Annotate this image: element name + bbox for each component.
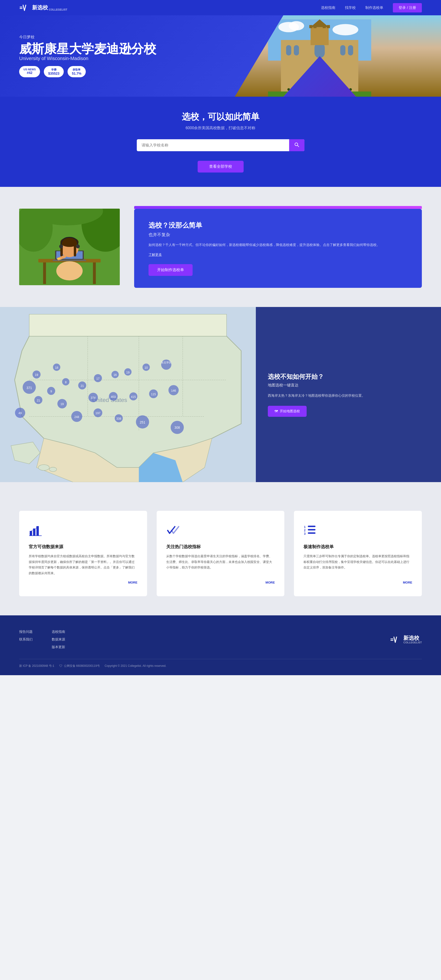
map-sub: 地图选校一键直达 — [268, 383, 429, 388]
footer-logo: 新选校 COLLEGELIST — [390, 630, 422, 649]
card-more-1[interactable]: MORE — [265, 581, 275, 584]
search-subtitle: 6000余所美国高校数据，打破信息不对称 — [19, 126, 422, 130]
card-more-0[interactable]: MORE — [128, 581, 137, 584]
svg-rect-8 — [294, 45, 299, 56]
svg-text:19: 19 — [35, 373, 38, 377]
svg-text:338: 338 — [117, 417, 121, 421]
footer-link-report[interactable]: 报告问题 — [19, 630, 33, 634]
hero-v-bg — [198, 15, 441, 97]
card-more-2[interactable]: MORE — [403, 581, 412, 584]
svg-text:403: 403 — [111, 395, 116, 399]
svg-text:19: 19 — [126, 371, 129, 374]
search-bar — [137, 139, 304, 151]
nav-list[interactable]: 制作选校单 — [365, 5, 383, 10]
purple-bar — [134, 206, 422, 209]
svg-text:8: 8 — [65, 381, 67, 384]
hero-badges: US NEWS #42 学费 $35523 录取率 51.7% — [19, 66, 156, 77]
map-cta-button[interactable]: 🗺 开始地图选校 — [268, 406, 307, 417]
svg-rect-110 — [390, 640, 393, 641]
svg-rect-42 — [57, 258, 61, 259]
features-section: 选校？没那么简单 也并不复杂 如何选校？千人有一千种方式。但不论你的偏好如何，新… — [0, 187, 441, 307]
svg-text:248: 248 — [74, 415, 79, 419]
footer: 报告问题 联系我们 选校指南 数据来源 版本更新 新选校 COLLEGELIST… — [0, 616, 441, 675]
svg-text:371: 371 — [27, 386, 32, 390]
svg-text:308: 308 — [174, 426, 180, 430]
svg-rect-109 — [390, 639, 393, 639]
copyright-text: Copyright © 2021 Collegelist. All rights… — [105, 664, 166, 668]
shield-icon: 🛡 — [59, 664, 62, 668]
logo: 新选校 COLLEGELIST — [19, 4, 67, 11]
view-all-button[interactable]: 查看全部学校 — [198, 161, 244, 172]
data-icon — [29, 523, 137, 538]
features-card: 选校？没那么简单 也并不复杂 如何选校？千人有一千种方式。但不论你的偏好如何，新… — [134, 209, 422, 288]
nav-links: 选校指南 找学校 制作选校单 登录 / 注册 — [321, 3, 422, 13]
features-learn-more[interactable]: 了解更多 — [149, 253, 407, 257]
footer-link-version[interactable]: 版本更新 — [52, 645, 65, 649]
svg-text:1: 1 — [304, 525, 306, 529]
footer-bottom: 新 ICP 备 2021000948 号-1 🛡 公网安备 6608000200… — [19, 659, 422, 668]
svg-point-22 — [295, 143, 298, 146]
navbar: 新选校 COLLEGELIST 选校指南 找学校 制作选校单 登录 / 注册 — [0, 0, 441, 15]
svg-rect-11 — [348, 45, 353, 56]
check-icon — [166, 523, 275, 538]
map-title: 选校不知如何开始？ — [268, 372, 429, 381]
svg-point-4 — [289, 21, 304, 30]
map-info-panel: 选校不知如何开始？ 地图选校一键直达 西海岸太热？东海岸太冷？地图选校帮你选择你… — [256, 307, 441, 482]
features-cta-button[interactable]: 开始制作选校单 — [149, 264, 193, 276]
features-image — [19, 208, 120, 285]
hero-subtitle: 今日梦校 — [19, 35, 156, 40]
svg-text:115: 115 — [151, 393, 156, 396]
features-body: 如何选校？千人有一千种方式。但不论你的偏好如何，新选校都能帮你减少选校痛感，降低… — [149, 242, 407, 248]
map-section: United States 371 49 19 21 18 8 9 19 21 … — [0, 307, 441, 482]
hero-section: 今日梦校 威斯康星大学麦迪逊分校 University of Wisconsin… — [0, 15, 441, 97]
svg-rect-38 — [74, 242, 76, 256]
search-button[interactable] — [289, 139, 304, 151]
svg-text:10: 10 — [144, 366, 148, 369]
map-body: 西海岸太热？东海岸太冷？地图选校帮你选择你心仪的学校位置。 — [268, 393, 429, 399]
nav-guide[interactable]: 选校指南 — [321, 5, 336, 10]
list-icon: 1 2 3 — [304, 523, 412, 538]
card-title-0: 官方可信数据来源 — [29, 544, 137, 550]
footer-col-2: 选校指南 数据来源 版本更新 — [52, 630, 65, 649]
svg-rect-29 — [43, 262, 46, 284]
footer-link-contact[interactable]: 联系我们 — [19, 637, 33, 642]
svg-rect-14 — [310, 25, 313, 28]
student-svg — [19, 208, 120, 285]
search-section: 选校，可以如此简单 6000余所美国高校数据，打破信息不对称 查看全部学校 — [0, 97, 441, 187]
chart-icon — [29, 524, 42, 537]
svg-point-5 — [333, 24, 359, 35]
svg-rect-1 — [20, 8, 22, 9]
badge-rank: US NEWS #42 — [19, 66, 40, 77]
svg-point-19 — [288, 88, 290, 91]
svg-text:251: 251 — [140, 421, 145, 424]
map-container: United States 371 49 19 21 18 8 9 19 21 … — [0, 307, 256, 482]
svg-point-39 — [59, 245, 63, 248]
logo-text: 新选校 — [32, 4, 48, 11]
svg-text:16: 16 — [113, 373, 117, 377]
svg-text:9: 9 — [50, 390, 52, 393]
auth-button[interactable]: 登录 / 注册 — [393, 3, 422, 13]
hero-title-en: University of Wisconsin-Madison — [19, 56, 156, 61]
svg-text:146: 146 — [171, 389, 176, 392]
us-map-svg: United States 371 49 19 21 18 8 9 19 21 … — [0, 307, 256, 482]
hero-title: 威斯康星大学麦迪逊分校 — [19, 42, 156, 56]
footer-link-guide[interactable]: 选校指南 — [52, 630, 65, 634]
svg-rect-108 — [308, 532, 315, 534]
svg-point-34 — [56, 261, 83, 280]
card-text-0: 所有学校数据均来自官方校或数据或高校自主申报数据。所有数据均与官方数据保持年度同… — [29, 554, 137, 576]
nav-find[interactable]: 找学校 — [345, 5, 356, 10]
security-text: 公网安备 6608000200119号 — [64, 664, 100, 668]
section-divider — [0, 482, 441, 492]
logo-sub: COLLEGELIST — [49, 8, 67, 11]
svg-rect-16 — [323, 25, 326, 28]
numbered-list-icon: 1 2 3 — [304, 524, 317, 537]
map-btn-label: 开始地图选校 — [280, 409, 300, 414]
svg-rect-0 — [20, 7, 22, 7]
svg-rect-18 — [268, 91, 371, 97]
features-content: 选校？没那么简单 也并不复杂 如何选校？千人有一千种方式。但不论你的偏好如何，新… — [134, 206, 422, 288]
footer-link-data[interactable]: 数据来源 — [52, 637, 65, 642]
footer-logo-text: 新选校 — [403, 635, 422, 641]
svg-line-23 — [297, 145, 299, 147]
search-input[interactable] — [137, 139, 289, 151]
footer-top: 报告问题 联系我们 选校指南 数据来源 版本更新 新选校 COLLEGELIST — [19, 630, 422, 649]
